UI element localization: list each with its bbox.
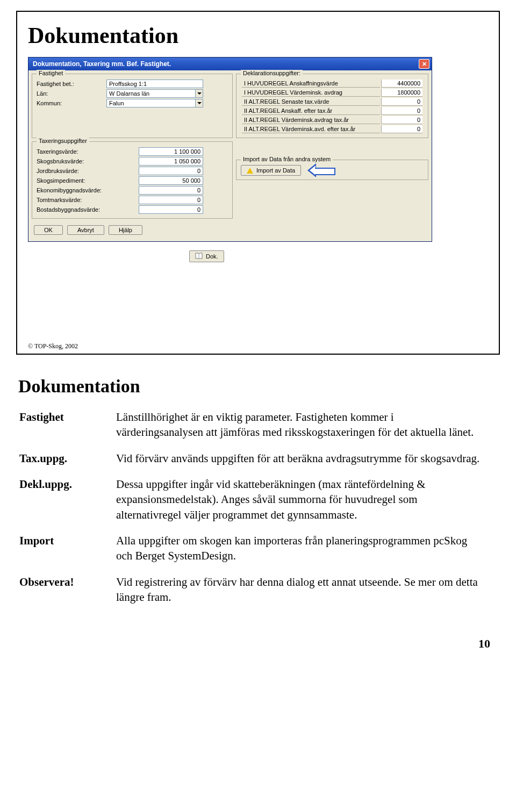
lan-label: Län: <box>37 90 106 97</box>
slide-title: Dokumentation <box>28 23 488 48</box>
arrow-left-icon <box>307 164 334 176</box>
tax-label: Skogsimpediment: <box>37 177 139 184</box>
dialog-body: Fastighet Fastighet bet.: Län: <box>28 70 432 241</box>
import-data-button[interactable]: Import av Data <box>241 165 301 176</box>
page-heading: Dokumentation <box>18 376 500 397</box>
tax-label: Bostadsbyggnadsvärde: <box>37 206 139 213</box>
tax-input[interactable] <box>139 176 203 185</box>
page-number: 10 <box>0 637 490 651</box>
kommun-combo[interactable] <box>106 99 195 107</box>
ok-button[interactable]: OK <box>34 225 63 235</box>
tax-label: Jordbruksvärde: <box>37 168 139 174</box>
tax-input[interactable] <box>139 205 203 214</box>
tax-input[interactable] <box>139 147 203 156</box>
import-group: Import av Data från andra system Import … <box>236 160 428 180</box>
lan-combo[interactable] <box>106 89 195 98</box>
desc-label: Dekl.uppg. <box>19 477 116 522</box>
tax-input[interactable] <box>139 196 203 204</box>
desc-label: Fastighet <box>19 409 116 440</box>
desc-label: Tax.uppg. <box>19 451 116 466</box>
tax-label: Taxeringsvärde: <box>37 148 139 155</box>
desc-text: Vid registrering av förvärv har denna di… <box>116 574 482 605</box>
tax-label: Tomtmarksvärde: <box>37 197 139 203</box>
tax-input[interactable] <box>139 157 203 166</box>
taxering-group-title: Taxeringsuppgifter <box>37 138 89 144</box>
book-icon <box>195 253 203 260</box>
dok-button[interactable]: Dok. <box>189 250 224 262</box>
dialog-window: Dokumentation, Taxering mm. Bef. Fastigh… <box>28 57 432 242</box>
tax-input[interactable] <box>139 167 203 175</box>
desc-text: Dessa uppgifter ingår vid skatteberäknin… <box>116 477 482 522</box>
desc-text: Alla uppgifter om skogen kan importeras … <box>116 533 482 564</box>
deklaration-group: Deklarationsuppgifter: I HUVUDREGEL Ansk… <box>236 74 428 138</box>
fastighet-bet-label: Fastighet bet.: <box>37 81 106 87</box>
table-row: I HUVUDREGEL Anskaffningsvärde4400000 <box>242 80 422 88</box>
tax-label: Ekonomibyggnadsvärde: <box>37 187 139 193</box>
table-row: II ALT.REGEL Anskaff. efter tax.år0 <box>242 107 422 115</box>
tax-input[interactable] <box>139 186 203 195</box>
copyright-text: © TOP-Skog, 2002 <box>28 342 78 350</box>
dialog-title-text: Dokumentation, Taxering mm. Bef. Fastigh… <box>33 60 171 68</box>
help-button[interactable]: Hjälp <box>109 225 142 235</box>
table-row: II ALT.REGEL Värdeminsk.avd. efter tax.å… <box>242 125 422 133</box>
slide-frame: Dokumentation Dokumentation, Taxering mm… <box>16 11 500 355</box>
desc-text: Länstillhörighet är en viktig parameter.… <box>116 409 482 440</box>
tax-label: Skogsbruksvärde: <box>37 158 139 164</box>
table-row: I HUVUDREGEL Värdeminsk. avdrag1800000 <box>242 89 422 97</box>
table-row: II ALT.REGEL Värdeminsk.avdrag tax.år0 <box>242 116 422 124</box>
import-button-label: Import av Data <box>256 167 295 174</box>
fastighet-group: Fastighet Fastighet bet.: Län: <box>32 74 233 138</box>
dok-button-label: Dok. <box>206 253 218 260</box>
desc-label: Observera! <box>19 574 116 605</box>
warning-icon <box>247 168 253 174</box>
taxering-group: Taxeringsuppgifter Taxeringsvärde: Skogs… <box>32 141 233 219</box>
deklaration-table: I HUVUDREGEL Anskaffningsvärde4400000 I … <box>241 78 424 134</box>
chevron-down-icon[interactable] <box>195 99 203 107</box>
description-list: Fastighet Länstillhörighet är en viktig … <box>19 409 482 605</box>
table-row: II ALT.REGEL Senaste tax.värde0 <box>242 98 422 106</box>
fastighet-group-title: Fastighet <box>37 70 65 76</box>
desc-text: Vid förvärv används uppgiften för att be… <box>116 451 482 466</box>
dialog-titlebar[interactable]: Dokumentation, Taxering mm. Bef. Fastigh… <box>28 58 432 70</box>
deklaration-group-title: Deklarationsuppgifter: <box>241 70 303 76</box>
cancel-button[interactable]: Avbryt <box>67 225 104 235</box>
desc-label: Import <box>19 533 116 564</box>
dialog-buttonbar: OK Avbryt Hjälp <box>32 222 428 238</box>
kommun-label: Kommun: <box>37 100 106 106</box>
fastighet-bet-input[interactable] <box>106 80 203 88</box>
import-group-title: Import av Data från andra system <box>241 156 333 162</box>
close-icon[interactable]: ✕ <box>419 59 429 69</box>
chevron-down-icon[interactable] <box>195 89 203 98</box>
